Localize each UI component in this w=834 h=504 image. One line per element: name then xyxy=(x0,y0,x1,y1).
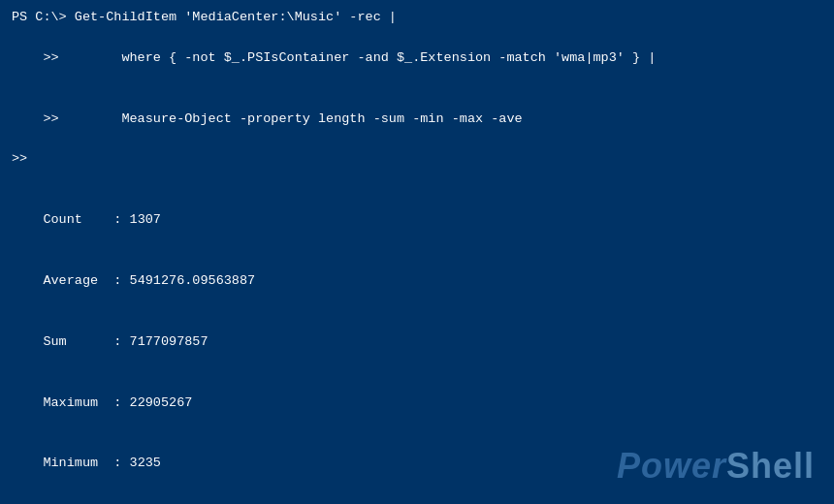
line-average: Average : 5491276.09563887 xyxy=(12,251,822,312)
line-sum: Sum : 7177097857 xyxy=(12,312,822,373)
line-maximum: Maximum : 22905267 xyxy=(12,373,822,434)
line-2: >> where { -not $_.PSIsContainer -and $_… xyxy=(12,28,822,89)
line-3: >> Measure-Object -property length -sum … xyxy=(12,89,822,150)
line-4: >> xyxy=(12,149,822,170)
line-count: Count : 1307 xyxy=(12,190,822,251)
terminal-window: PS C:\> Get-ChildItem 'MediaCenter:\Musi… xyxy=(0,0,834,504)
line-minimum: Minimum : 3235 xyxy=(12,433,822,494)
line-5 xyxy=(12,170,822,190)
line-1: PS C:\> Get-ChildItem 'MediaCenter:\Musi… xyxy=(12,8,822,28)
line-property: Property : Length xyxy=(12,494,822,504)
